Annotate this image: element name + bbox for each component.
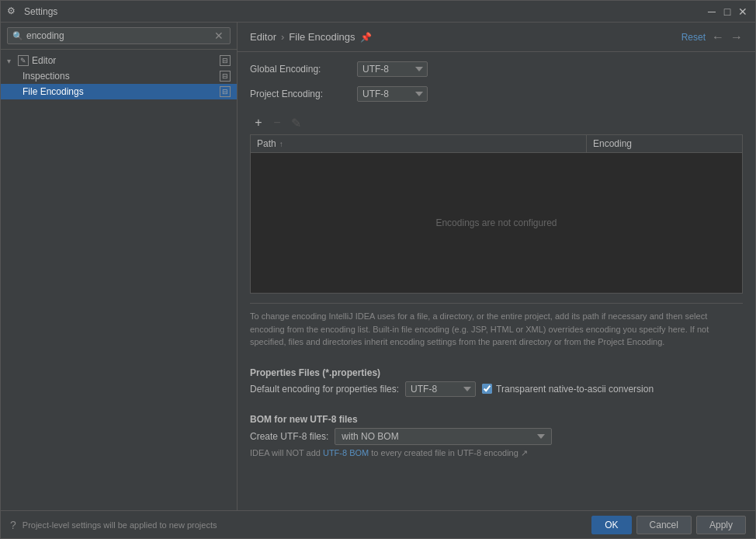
title-bar-controls: ─ □ ✕ [706, 5, 749, 18]
bom-create-label: Create UTF-8 files: [250, 431, 328, 442]
search-input[interactable] [26, 30, 213, 41]
editor-settings-icon: ⊟ [220, 55, 231, 66]
remove-button[interactable]: − [269, 114, 286, 131]
bom-hint-text: IDEA will NOT add [250, 448, 323, 457]
sidebar-item-file-encodings[interactable]: File Encodings ⊟ [1, 84, 237, 99]
close-button[interactable]: ✕ [737, 5, 749, 18]
properties-section: Properties Files (*.properties) Default … [250, 364, 743, 397]
sidebar-item-file-encodings-label: File Encodings [23, 86, 84, 97]
properties-section-title: Properties Files (*.properties) [250, 367, 743, 378]
title-bar-left: ⚙ Settings [7, 5, 57, 18]
breadcrumb-current: File Encodings [289, 31, 355, 43]
search-input-wrap: 🔍 ✕ [7, 27, 231, 44]
global-encoding-row: Global Encoding: UTF-8 UTF-16 ISO-8859-1 [250, 61, 743, 77]
editor-icon: ✎ [18, 55, 29, 66]
bom-hint-suffix: to every created file in UTF-8 encoding … [369, 448, 528, 457]
transparent-conversion-checkbox[interactable] [482, 384, 492, 394]
properties-row: Default encoding for properties files: U… [250, 381, 743, 397]
table-header: Path ↑ Encoding [251, 135, 742, 153]
transparent-conversion-wrap: Transparent native-to-ascii conversion [482, 384, 654, 395]
ok-button[interactable]: OK [591, 516, 631, 534]
footer-buttons: OK Cancel Apply [591, 516, 746, 534]
sidebar: 🔍 ✕ ▾ ✎ Editor ⊟ Inspections ⊟ File Enco [1, 23, 238, 510]
bom-hint: IDEA will NOT add UTF-8 BOM to every cre… [250, 448, 743, 458]
encoding-column-header[interactable]: Encoding [587, 135, 742, 152]
table-empty-state: Encodings are not configured [251, 153, 742, 293]
bom-section: BOM for new UTF-8 files Create UTF-8 fil… [250, 411, 743, 458]
sidebar-item-inspections[interactable]: Inspections ⊟ [1, 68, 237, 84]
file-encodings-settings-icon: ⊟ [220, 86, 231, 97]
settings-window: ⚙ Settings ─ □ ✕ 🔍 ✕ ▾ ✎ Editor [0, 0, 756, 539]
breadcrumb: Editor › File Encodings 📌 [250, 31, 372, 43]
maximize-button[interactable]: □ [721, 5, 733, 18]
breadcrumb-separator: › [281, 31, 284, 43]
project-encoding-row: Project Encoding: UTF-8 UTF-16 ISO-8859-… [250, 86, 743, 102]
sort-icon: ↑ [279, 140, 283, 148]
global-encoding-select[interactable]: UTF-8 UTF-16 ISO-8859-1 [357, 61, 428, 77]
empty-message: Encodings are not configured [435, 217, 557, 228]
back-button[interactable]: ← [712, 30, 724, 44]
encoding-header-label: Encoding [593, 138, 632, 149]
pin-icon: 📌 [360, 32, 372, 43]
apply-button[interactable]: Apply [696, 516, 746, 534]
project-encoding-label: Project Encoding: [250, 89, 351, 99]
forward-button[interactable]: → [730, 30, 743, 44]
search-bar: 🔍 ✕ [1, 23, 237, 50]
app-icon: ⚙ [7, 5, 19, 18]
cancel-button[interactable]: Cancel [636, 516, 692, 534]
search-icon: 🔍 [12, 31, 23, 41]
footer: ? Project-level settings will be applied… [1, 510, 755, 538]
info-text: To change encoding IntelliJ IDEA uses fo… [250, 303, 743, 355]
help-icon[interactable]: ? [10, 519, 16, 531]
title-bar: ⚙ Settings ─ □ ✕ [1, 1, 755, 23]
bom-section-title: BOM for new UTF-8 files [250, 414, 743, 425]
default-encoding-label: Default encoding for properties files: [250, 384, 399, 395]
table-section: + − ✎ Path ↑ Encoding [250, 111, 743, 294]
sidebar-item-editor-label: Editor [32, 55, 56, 66]
sidebar-item-editor[interactable]: ▾ ✎ Editor ⊟ [1, 53, 237, 68]
search-clear-button[interactable]: ✕ [213, 30, 225, 42]
edit-button[interactable]: ✎ [287, 114, 304, 131]
main-content: 🔍 ✕ ▾ ✎ Editor ⊟ Inspections ⊟ File Enco [1, 23, 755, 510]
bom-select[interactable]: with NO BOM with BOM [335, 428, 552, 445]
inspections-settings-icon: ⊟ [220, 71, 231, 82]
reset-button[interactable]: Reset [681, 32, 706, 43]
add-button[interactable]: + [250, 114, 267, 131]
global-encoding-label: Global Encoding: [250, 64, 351, 75]
toolbar: + − ✎ [250, 111, 743, 134]
sidebar-item-inspections-label: Inspections [23, 71, 70, 82]
bom-hint-link[interactable]: UTF-8 BOM [323, 448, 369, 457]
path-column-header[interactable]: Path ↑ [251, 135, 587, 152]
footer-left: ? Project-level settings will be applied… [10, 519, 217, 531]
transparent-conversion-label: Transparent native-to-ascii conversion [496, 384, 654, 395]
minimize-button[interactable]: ─ [706, 5, 718, 18]
window-title: Settings [24, 6, 57, 17]
encodings-table: Path ↑ Encoding Encodings are not config… [250, 134, 743, 294]
panel-header: Editor › File Encodings 📌 Reset ← → [238, 23, 755, 52]
panel-body: Global Encoding: UTF-8 UTF-16 ISO-8859-1… [238, 52, 755, 510]
header-actions: Reset ← → [681, 30, 743, 44]
bom-row: Create UTF-8 files: with NO BOM with BOM [250, 428, 743, 445]
properties-encoding-select[interactable]: UTF-8 UTF-16 ISO-8859-1 [405, 381, 476, 397]
breadcrumb-parent: Editor [250, 31, 276, 43]
footer-status-text: Project-level settings will be applied t… [23, 520, 217, 530]
right-panel: Editor › File Encodings 📌 Reset ← → Glob… [238, 23, 755, 510]
project-encoding-select[interactable]: UTF-8 UTF-16 ISO-8859-1 [357, 86, 428, 102]
sidebar-tree: ▾ ✎ Editor ⊟ Inspections ⊟ File Encoding… [1, 50, 237, 510]
caret-icon: ▾ [7, 57, 15, 65]
path-header-label: Path [257, 138, 276, 149]
